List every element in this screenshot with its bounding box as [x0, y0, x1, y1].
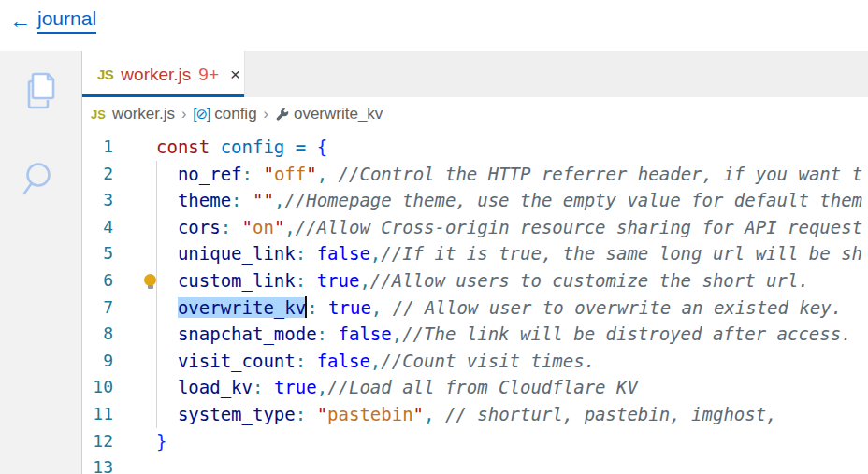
- search-icon[interactable]: [21, 160, 62, 201]
- line-number[interactable]: 3: [82, 187, 113, 214]
- tab-worker-js[interactable]: JS worker.js 9+ ×: [82, 51, 245, 97]
- back-to-journal-link[interactable]: ← journal: [9, 7, 96, 34]
- code-line-content: unique_link: false,//If it is true, the …: [156, 240, 862, 267]
- breadcrumb: JS worker.js › [⊘] config › overwrite_kv: [82, 97, 868, 131]
- line-number[interactable]: 5: [82, 240, 113, 267]
- code-line-content: visit_count: false,//Count visit times.: [156, 348, 595, 375]
- code-line[interactable]: 10 load_kv: true,//Load all from Cloudfl…: [82, 374, 868, 401]
- code-line-content: custom_link: true,//Allow users to custo…: [156, 267, 809, 294]
- tab-problems-badge: 9+: [198, 65, 219, 85]
- symbol-variable-icon: [⊘]: [193, 106, 210, 122]
- code-line[interactable]: 13: [82, 454, 868, 474]
- code-line[interactable]: 7 overwrite_kv: true, // Allow user to o…: [82, 294, 868, 322]
- js-file-icon: JS: [97, 66, 113, 82]
- code-line[interactable]: 5 unique_link: false,//If it is true, th…: [82, 240, 868, 267]
- tab-label: worker.js: [121, 65, 191, 85]
- js-file-icon-small: JS: [91, 108, 106, 122]
- tab-bar: JS worker.js 9+ ×: [82, 51, 868, 97]
- breadcrumb-item-symbol[interactable]: overwrite_kv: [294, 105, 383, 123]
- code-editor[interactable]: 1const config = {2 no_ref: "off", //Cont…: [82, 131, 868, 474]
- lightbulb-icon[interactable]: [144, 274, 156, 286]
- line-number[interactable]: 2: [82, 161, 113, 188]
- code-line[interactable]: 1const config = {: [82, 134, 868, 161]
- code-line[interactable]: 8 snapchat_mode: false,//The link will b…: [82, 321, 868, 348]
- code-line-content: cors: "on",//Allow Cross-origin resource…: [156, 214, 862, 241]
- line-number[interactable]: 4: [82, 214, 113, 241]
- line-number[interactable]: 9: [82, 348, 113, 375]
- code-line[interactable]: 4 cors: "on",//Allow Cross-origin resour…: [82, 214, 868, 241]
- code-line[interactable]: 6 custom_link: true,//Allow users to cus…: [82, 267, 868, 294]
- code-line-content: no_ref: "off", //Control the HTTP referr…: [156, 161, 862, 188]
- breadcrumb-item-file[interactable]: worker.js: [112, 105, 175, 123]
- editor-group: JS worker.js 9+ × JS worker.js › [⊘] con…: [82, 51, 868, 474]
- selected-text: overwrite_kv: [178, 297, 306, 318]
- code-line[interactable]: 2 no_ref: "off", //Control the HTTP refe…: [82, 161, 868, 188]
- code-line-content: system_type: "pastebin", // shorturl, pa…: [156, 401, 777, 428]
- breadcrumb-item-config[interactable]: config: [214, 105, 256, 123]
- line-number[interactable]: 8: [82, 321, 113, 348]
- code-line-content: const config = {: [156, 134, 327, 161]
- line-number[interactable]: 6: [82, 267, 113, 294]
- code-line-content: theme: "",//Homepage theme, use the empt…: [156, 187, 862, 214]
- back-arrow-icon: ←: [9, 9, 31, 32]
- journal-link-label: journal: [37, 7, 96, 34]
- line-number[interactable]: 7: [82, 294, 113, 322]
- vscode-workbench: JS worker.js 9+ × JS worker.js › [⊘] con…: [0, 51, 868, 474]
- wrench-icon: [275, 108, 289, 122]
- chevron-right-icon: ›: [264, 106, 268, 122]
- code-line[interactable]: 9 visit_count: false,//Count visit times…: [82, 348, 868, 375]
- page-header: ← journal: [0, 0, 868, 51]
- activity-bar: [0, 51, 82, 474]
- chevron-right-icon: ›: [181, 106, 186, 122]
- code-line-content: }: [156, 428, 166, 455]
- line-number[interactable]: 13: [82, 454, 113, 474]
- code-line[interactable]: 12}: [82, 428, 868, 455]
- line-number[interactable]: 10: [82, 374, 113, 401]
- line-number[interactable]: 11: [82, 401, 113, 428]
- tab-close-icon[interactable]: ×: [230, 65, 240, 85]
- explorer-copy-pages-icon[interactable]: [21, 70, 62, 111]
- line-number[interactable]: 12: [82, 428, 113, 455]
- code-line[interactable]: 3 theme: "",//Homepage theme, use the em…: [82, 187, 868, 214]
- line-number[interactable]: 1: [82, 134, 113, 161]
- code-line[interactable]: 11 system_type: "pastebin", // shorturl,…: [82, 401, 868, 428]
- code-lines-container: 1const config = {2 no_ref: "off", //Cont…: [82, 134, 868, 474]
- code-line-content: overwrite_kv: true, // Allow user to ove…: [156, 294, 842, 322]
- code-line-content: snapchat_mode: false,//The link will be …: [156, 321, 852, 348]
- code-line-content: load_kv: true,//Load all from Cloudflare…: [156, 374, 638, 401]
